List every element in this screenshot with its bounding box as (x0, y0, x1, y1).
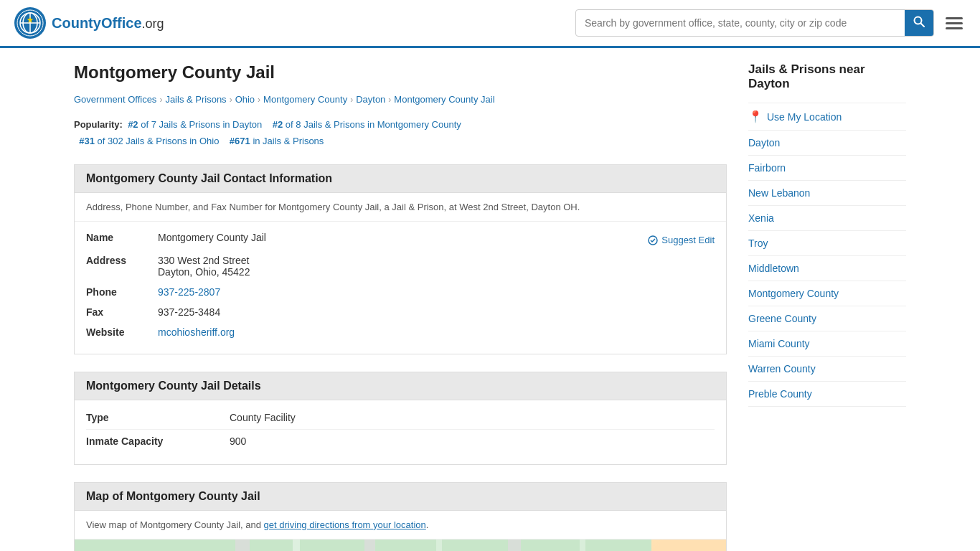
content-area: Montgomery County Jail Government Office… (74, 62, 727, 551)
map-svg: Middletown (75, 540, 726, 551)
svg-rect-10 (149, 540, 651, 551)
contact-phone-row: Phone 937-225-2807 (86, 282, 715, 302)
popularity-rank1[interactable]: #2 of 7 Jails & Prisons in Dayton (128, 119, 262, 130)
list-item: Xenia (748, 206, 906, 231)
sidebar: Jails & Prisons near Dayton 📍 Use My Loc… (748, 62, 906, 551)
popularity-rank3[interactable]: #31 of 302 Jails & Prisons in Ohio (79, 136, 219, 146)
breadcrumb-dayton[interactable]: Dayton (356, 94, 385, 105)
map-placeholder: Middletown (75, 540, 726, 551)
menu-line (946, 22, 963, 24)
contact-section: Address, Phone Number, and Fax Number fo… (74, 192, 727, 354)
breadcrumb-sep: › (388, 95, 391, 105)
contact-website-label: Website (86, 326, 158, 338)
header-right (575, 9, 966, 37)
contact-website-row: Website mcohiosheriff.org (86, 322, 715, 342)
logo-area: CountyOffice.org (14, 7, 164, 39)
contact-phone-label: Phone (86, 286, 158, 298)
contact-website-link[interactable]: mcohiosheriff.org (158, 326, 235, 338)
sidebar-link-montgomery-county[interactable]: Montgomery County (748, 281, 906, 306)
breadcrumb: Government Offices › Jails & Prisons › O… (74, 94, 727, 105)
breadcrumb-sep: › (258, 95, 260, 105)
sidebar-links: 📍 Use My Location Dayton Fairborn New Le… (748, 103, 906, 407)
list-item: Troy (748, 231, 906, 256)
main-container: Montgomery County Jail Government Office… (60, 48, 920, 551)
menu-line (946, 27, 963, 29)
svg-rect-12 (235, 540, 250, 551)
search-bar (575, 9, 934, 37)
svg-rect-13 (364, 540, 375, 551)
map-section-header: Map of Montgomery County Jail (74, 482, 727, 510)
logo-icon (14, 7, 46, 39)
contact-phone-link[interactable]: 937-225-2807 (158, 286, 220, 298)
sidebar-link-dayton[interactable]: Dayton (748, 131, 906, 155)
breadcrumb-jails-prisons[interactable]: Jails & Prisons (165, 94, 226, 105)
list-item: Fairborn (748, 156, 906, 181)
map-directions-link[interactable]: get driving directions from your locatio… (264, 519, 426, 530)
contact-fax-row: Fax 937-225-3484 (86, 302, 715, 322)
sidebar-link-preble-county[interactable]: Preble County (748, 382, 906, 406)
logo-text: CountyOffice.org (52, 15, 164, 32)
contact-table: Name Montgomery County Jail Suggest Edit… (75, 222, 726, 354)
svg-rect-19 (580, 540, 585, 551)
contact-name-label: Name (86, 232, 158, 243)
details-capacity-label: Inmate Capacity (86, 435, 230, 447)
list-item: New Lebanon (748, 181, 906, 206)
map-description: View map of Montgomery County Jail, and … (75, 511, 726, 540)
use-location-link[interactable]: 📍 Use My Location (748, 103, 906, 130)
details-type-row: Type County Facility (86, 406, 715, 430)
search-input[interactable] (576, 11, 905, 34)
suggest-edit-button[interactable]: Suggest Edit (647, 235, 715, 246)
breadcrumb-sep: › (350, 95, 353, 105)
list-item: Greene County (748, 306, 906, 331)
list-item: Montgomery County (748, 281, 906, 306)
page-title: Montgomery County Jail (74, 62, 727, 83)
contact-section-header: Montgomery County Jail Contact Informati… (74, 164, 727, 192)
sidebar-link-greene-county[interactable]: Greene County (748, 306, 906, 331)
list-item: Warren County (748, 357, 906, 382)
list-item: Middletown (748, 256, 906, 281)
contact-name-row: Name Montgomery County Jail Suggest Edit (86, 227, 715, 250)
sidebar-use-location: 📍 Use My Location (748, 103, 906, 131)
sidebar-link-middletown[interactable]: Middletown (748, 256, 906, 281)
contact-description: Address, Phone Number, and Fax Number fo… (75, 193, 726, 222)
breadcrumb-montgomery-county[interactable]: Montgomery County (263, 94, 347, 105)
sidebar-link-miami-county[interactable]: Miami County (748, 331, 906, 356)
search-button[interactable] (905, 10, 933, 36)
svg-line-8 (921, 24, 925, 27)
sidebar-link-warren-county[interactable]: Warren County (748, 357, 906, 381)
sidebar-link-new-lebanon[interactable]: New Lebanon (748, 181, 906, 205)
menu-button[interactable] (943, 14, 966, 32)
list-item: Miami County (748, 331, 906, 357)
map-overlay: Middletown (75, 540, 726, 551)
breadcrumb-jail[interactable]: Montgomery County Jail (394, 94, 494, 105)
sidebar-link-troy[interactable]: Troy (748, 231, 906, 255)
menu-line (946, 17, 963, 19)
details-table: Type County Facility Inmate Capacity 900 (75, 400, 726, 464)
details-capacity-row: Inmate Capacity 900 (86, 430, 715, 453)
popularity-label: Popularity: (74, 119, 123, 130)
contact-address-value: 330 West 2nd Street Dayton, Ohio, 45422 (158, 255, 250, 278)
svg-rect-18 (436, 540, 442, 551)
details-type-value: County Facility (230, 412, 296, 423)
svg-rect-14 (508, 540, 521, 551)
contact-name-value: Montgomery County Jail (158, 232, 266, 243)
list-item: Preble County (748, 382, 906, 407)
popularity-rank2[interactable]: #2 of 8 Jails & Prisons in Montgomery Co… (273, 119, 461, 130)
breadcrumb-sep: › (230, 95, 232, 105)
pin-icon: 📍 (748, 110, 763, 123)
sidebar-link-xenia[interactable]: Xenia (748, 206, 906, 230)
contact-fax-value: 937-225-3484 (158, 306, 220, 318)
search-icon (913, 16, 925, 27)
sidebar-link-fairborn[interactable]: Fairborn (748, 156, 906, 180)
details-section-header: Montgomery County Jail Details (74, 372, 727, 400)
contact-fax-label: Fax (86, 306, 158, 318)
svg-rect-17 (293, 540, 300, 551)
breadcrumb-government-offices[interactable]: Government Offices (74, 94, 156, 105)
details-section: Type County Facility Inmate Capacity 900 (74, 400, 727, 465)
details-type-label: Type (86, 412, 230, 423)
popularity-section: Popularity: #2 of 7 Jails & Prisons in D… (74, 116, 727, 150)
map-section: View map of Montgomery County Jail, and … (74, 510, 727, 551)
sidebar-title: Jails & Prisons near Dayton (748, 62, 906, 91)
breadcrumb-ohio[interactable]: Ohio (235, 94, 255, 105)
popularity-rank4[interactable]: #671 in Jails & Prisons (230, 136, 324, 146)
